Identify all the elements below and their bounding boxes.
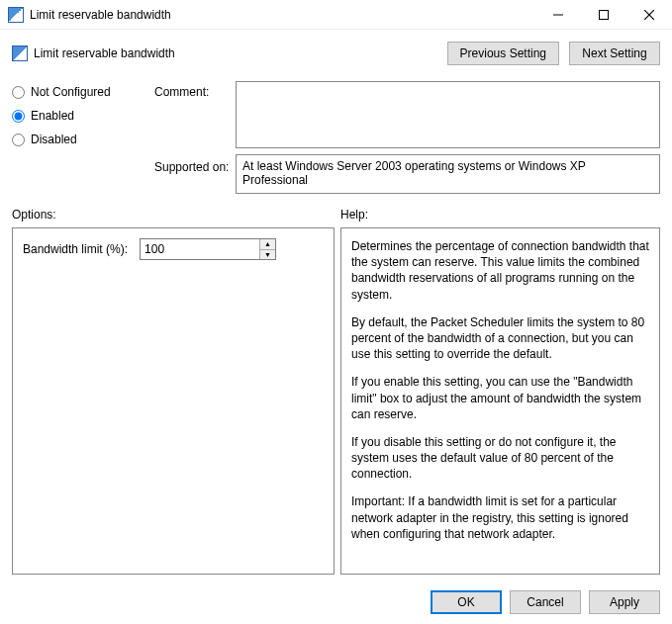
help-paragraph: Determines the percentage of connection … — [351, 238, 649, 303]
help-label: Help: — [340, 208, 660, 222]
policy-icon — [12, 45, 28, 61]
help-paragraph: Important: If a bandwidth limit is set f… — [351, 493, 649, 542]
bandwidth-limit-stepper[interactable]: ▲ ▼ — [140, 238, 276, 260]
cancel-button[interactable]: Cancel — [510, 590, 581, 614]
help-panel: Determines the percentage of connection … — [340, 227, 660, 575]
apply-button[interactable]: Apply — [589, 590, 660, 614]
bandwidth-limit-input[interactable] — [141, 239, 259, 259]
radio-enabled-input[interactable] — [12, 110, 25, 123]
radio-enabled-label: Enabled — [31, 109, 74, 123]
previous-setting-button[interactable]: Previous Setting — [447, 42, 559, 65]
radio-not-configured-label: Not Configured — [31, 85, 111, 99]
help-paragraph: If you enable this setting, you can use … — [351, 374, 649, 422]
radio-disabled-label: Disabled — [31, 133, 77, 146]
radio-not-configured-input[interactable] — [12, 86, 25, 99]
comment-label: Comment: — [154, 81, 232, 99]
svg-rect-1 — [600, 10, 609, 19]
policy-title: Limit reservable bandwidth — [34, 46, 175, 60]
radio-enabled[interactable]: Enabled — [12, 109, 150, 123]
ok-button[interactable]: OK — [431, 590, 502, 614]
titlebar: Limit reservable bandwidth — [0, 0, 672, 30]
comment-input[interactable] — [236, 81, 660, 148]
spin-down-button[interactable]: ▼ — [260, 250, 275, 260]
bandwidth-limit-label: Bandwidth limit (%): — [23, 241, 128, 257]
radio-disabled[interactable]: Disabled — [12, 133, 150, 146]
window-title: Limit reservable bandwidth — [30, 8, 171, 22]
supported-on-text: At least Windows Server 2003 operating s… — [236, 154, 660, 194]
spin-up-button[interactable]: ▲ — [260, 239, 275, 250]
maximize-button[interactable] — [581, 0, 626, 30]
options-label: Options: — [12, 208, 335, 222]
options-panel: Bandwidth limit (%): ▲ ▼ — [12, 227, 335, 575]
help-paragraph: By default, the Packet Scheduler limits … — [351, 314, 649, 363]
help-paragraph: If you disable this setting or do not co… — [351, 434, 649, 483]
minimize-button[interactable] — [535, 0, 581, 30]
supported-on-label: Supported on: — [154, 154, 232, 194]
policy-icon — [8, 7, 24, 23]
radio-not-configured[interactable]: Not Configured — [12, 85, 150, 99]
radio-disabled-input[interactable] — [12, 134, 25, 146]
close-button[interactable] — [626, 0, 672, 30]
next-setting-button[interactable]: Next Setting — [569, 42, 660, 65]
